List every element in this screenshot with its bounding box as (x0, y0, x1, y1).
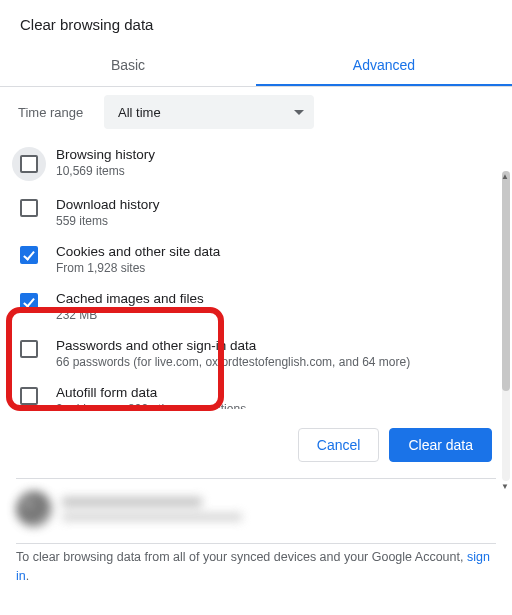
account-info (62, 497, 242, 521)
note-suffix: . (26, 569, 29, 583)
checkbox-icon (20, 155, 38, 173)
item-subtitle: 10,569 items (56, 164, 155, 178)
item-title: Autofill form data (56, 385, 246, 400)
avatar (16, 491, 52, 527)
scroll-up-icon[interactable]: ▲ (500, 171, 510, 183)
dialog-footer: Cancel Clear data (0, 409, 512, 478)
item-cookies[interactable]: Cookies and other site data From 1,928 s… (0, 236, 498, 283)
note-text: To clear browsing data from all of your … (16, 550, 467, 564)
item-title: Passwords and other sign-in data (56, 338, 410, 353)
sync-note: To clear browsing data from all of your … (0, 544, 512, 600)
item-subtitle: 232 MB (56, 308, 204, 322)
cancel-button[interactable]: Cancel (298, 428, 380, 462)
items-list: Browsing history 10,569 items Download h… (0, 137, 498, 409)
clear-data-button[interactable]: Clear data (389, 428, 492, 462)
item-browsing-history[interactable]: Browsing history 10,569 items (0, 139, 498, 189)
checkbox-wrap[interactable] (18, 244, 40, 264)
checkbox-wrap[interactable] (18, 338, 40, 358)
checkbox-wrap[interactable] (18, 385, 40, 405)
time-range-value: All time (118, 105, 161, 120)
item-subtitle: 559 items (56, 214, 160, 228)
checkbox-checked-icon (20, 293, 38, 311)
item-title: Cached images and files (56, 291, 204, 306)
time-range-row: Time range All time (0, 87, 498, 137)
item-autofill[interactable]: Autofill form data 2 addresses, 892 othe… (0, 377, 498, 409)
scroll-down-icon[interactable]: ▼ (500, 481, 510, 493)
item-cached[interactable]: Cached images and files 232 MB (0, 283, 498, 330)
checkbox-icon (20, 387, 38, 405)
content: Time range All time Browsing history 10,… (0, 87, 512, 409)
tab-advanced[interactable]: Advanced (256, 45, 512, 86)
dialog-title: Clear browsing data (0, 0, 512, 45)
tab-basic[interactable]: Basic (0, 45, 256, 86)
checkbox-icon (20, 199, 38, 217)
checkbox-wrap[interactable] (18, 197, 40, 217)
item-title: Cookies and other site data (56, 244, 220, 259)
checkbox-icon (20, 340, 38, 358)
time-range-label: Time range (18, 105, 92, 120)
checkbox-wrap[interactable] (12, 147, 46, 181)
chevron-down-icon (294, 110, 304, 115)
scroll-area[interactable]: Time range All time Browsing history 10,… (0, 87, 512, 409)
scrollbar[interactable] (502, 171, 510, 481)
account-section (0, 479, 512, 543)
checkbox-checked-icon (20, 246, 38, 264)
item-subtitle: 2 addresses, 892 other suggestions (56, 402, 246, 409)
scrollbar-thumb[interactable] (502, 171, 510, 391)
clear-browsing-data-dialog: Clear browsing data Basic Advanced Time … (0, 0, 512, 600)
item-passwords[interactable]: Passwords and other sign-in data 66 pass… (0, 330, 498, 377)
tabs: Basic Advanced (0, 45, 512, 87)
item-title: Browsing history (56, 147, 155, 162)
item-subtitle: From 1,928 sites (56, 261, 220, 275)
item-download-history[interactable]: Download history 559 items (0, 189, 498, 236)
item-subtitle: 66 passwords (for live.com, oxfordtestof… (56, 355, 410, 369)
item-title: Download history (56, 197, 160, 212)
checkbox-wrap[interactable] (18, 291, 40, 311)
time-range-select[interactable]: All time (104, 95, 314, 129)
account-row[interactable] (16, 487, 496, 537)
